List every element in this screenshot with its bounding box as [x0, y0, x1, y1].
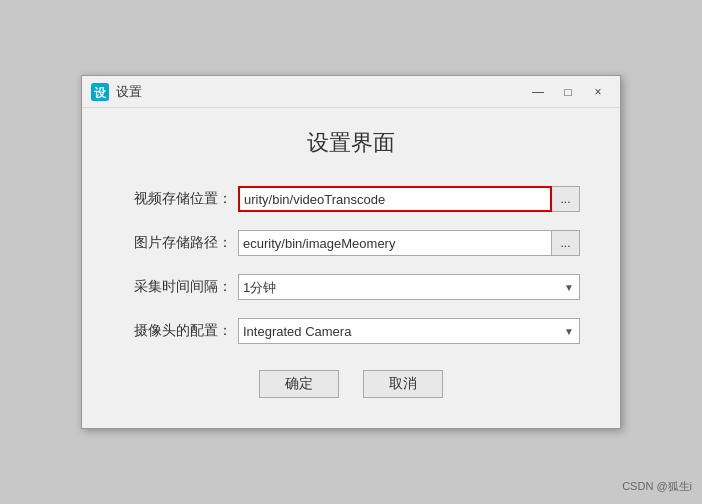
settings-content: 设置界面 视频存储位置： ... 图片存储路径： ... 采集时间间隔： 1分钟 — [82, 108, 620, 428]
video-input-group: ... — [238, 186, 580, 212]
title-bar: 设 设置 — □ × — [82, 76, 620, 108]
video-path-input[interactable] — [238, 186, 552, 212]
image-path-input[interactable] — [238, 230, 552, 256]
watermark: CSDN @狐生i — [622, 479, 692, 494]
image-input-group: ... — [238, 230, 580, 256]
settings-window: 设 设置 — □ × 设置界面 视频存储位置： ... 图片存储路径： ... — [81, 75, 621, 429]
interval-select-wrapper: 1分钟 5分钟 10分钟 30分钟 ▼ — [238, 274, 580, 300]
interval-row: 采集时间间隔： 1分钟 5分钟 10分钟 30分钟 ▼ — [122, 274, 580, 300]
interval-label: 采集时间间隔： — [122, 278, 232, 296]
svg-text:设: 设 — [94, 85, 107, 98]
cancel-button[interactable]: 取消 — [363, 370, 443, 398]
video-storage-row: 视频存储位置： ... — [122, 186, 580, 212]
image-storage-label: 图片存储路径： — [122, 234, 232, 252]
camera-row: 摄像头的配置： Integrated Camera External Camer… — [122, 318, 580, 344]
camera-select-wrapper: Integrated Camera External Camera ▼ — [238, 318, 580, 344]
window-title: 设置 — [116, 83, 524, 101]
app-logo: 设 — [90, 82, 110, 102]
video-storage-label: 视频存储位置： — [122, 190, 232, 208]
page-title: 设置界面 — [122, 128, 580, 158]
image-storage-row: 图片存储路径： ... — [122, 230, 580, 256]
camera-select[interactable]: Integrated Camera External Camera — [238, 318, 580, 344]
maximize-button[interactable]: □ — [554, 81, 582, 103]
button-row: 确定 取消 — [122, 370, 580, 398]
camera-label: 摄像头的配置： — [122, 322, 232, 340]
confirm-button[interactable]: 确定 — [259, 370, 339, 398]
video-browse-button[interactable]: ... — [552, 186, 580, 212]
image-browse-button[interactable]: ... — [552, 230, 580, 256]
minimize-button[interactable]: — — [524, 81, 552, 103]
interval-select[interactable]: 1分钟 5分钟 10分钟 30分钟 — [238, 274, 580, 300]
window-controls: — □ × — [524, 81, 612, 103]
close-button[interactable]: × — [584, 81, 612, 103]
